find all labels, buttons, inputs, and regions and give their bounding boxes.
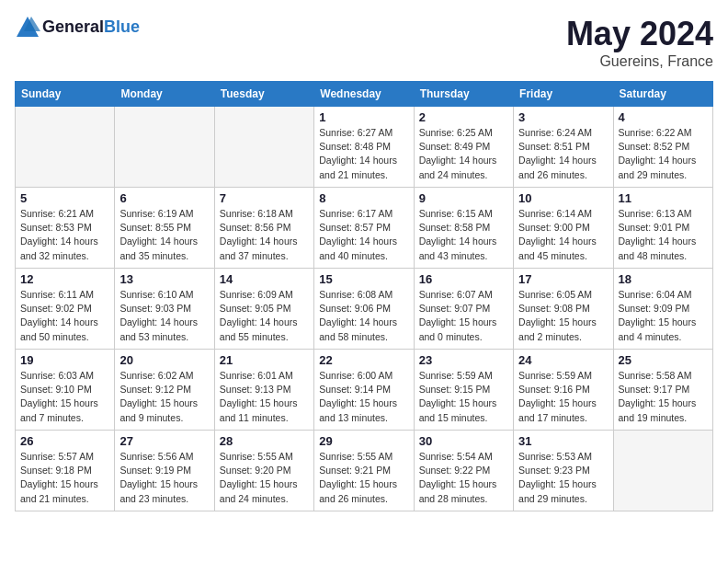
calendar-cell: 3Sunrise: 6:24 AMSunset: 8:51 PMDaylight… bbox=[514, 107, 613, 188]
logo: GeneralBlue bbox=[15, 15, 140, 40]
calendar-cell: 16Sunrise: 6:07 AMSunset: 9:07 PMDayligh… bbox=[414, 269, 513, 350]
calendar-cell: 31Sunrise: 5:53 AMSunset: 9:23 PMDayligh… bbox=[514, 431, 613, 511]
weekday-header-row: SundayMondayTuesdayWednesdayThursdayFrid… bbox=[16, 82, 713, 107]
location: Guereins, France bbox=[566, 53, 713, 70]
weekday-header-tuesday: Tuesday bbox=[214, 82, 313, 107]
day-info: Sunrise: 5:59 AMSunset: 9:15 PMDaylight:… bbox=[419, 369, 508, 425]
weekday-header-wednesday: Wednesday bbox=[314, 82, 414, 107]
day-info: Sunrise: 6:25 AMSunset: 8:49 PMDaylight:… bbox=[419, 126, 508, 182]
calendar-cell bbox=[613, 431, 712, 511]
day-info: Sunrise: 6:10 AMSunset: 9:03 PMDaylight:… bbox=[119, 288, 209, 344]
day-info: Sunrise: 5:54 AMSunset: 9:22 PMDaylight:… bbox=[419, 450, 508, 506]
day-info: Sunrise: 6:18 AMSunset: 8:56 PMDaylight:… bbox=[220, 207, 309, 263]
calendar-cell: 15Sunrise: 6:08 AMSunset: 9:06 PMDayligh… bbox=[314, 269, 414, 350]
day-info: Sunrise: 6:02 AMSunset: 9:12 PMDaylight:… bbox=[119, 369, 209, 425]
calendar-table: SundayMondayTuesdayWednesdayThursdayFrid… bbox=[15, 81, 713, 511]
calendar-cell: 24Sunrise: 5:59 AMSunset: 9:16 PMDayligh… bbox=[514, 350, 613, 431]
weekday-header-saturday: Saturday bbox=[613, 82, 712, 107]
day-number: 2 bbox=[419, 110, 508, 124]
calendar-cell: 21Sunrise: 6:01 AMSunset: 9:13 PMDayligh… bbox=[214, 350, 313, 431]
day-number: 12 bbox=[20, 272, 109, 286]
day-info: Sunrise: 5:56 AMSunset: 9:19 PMDaylight:… bbox=[119, 450, 209, 506]
day-number: 9 bbox=[419, 191, 508, 205]
weekday-header-thursday: Thursday bbox=[414, 82, 513, 107]
weekday-header-monday: Monday bbox=[115, 82, 214, 107]
day-number: 24 bbox=[518, 353, 608, 367]
calendar-cell: 5Sunrise: 6:21 AMSunset: 8:53 PMDaylight… bbox=[16, 188, 115, 269]
day-info: Sunrise: 6:08 AMSunset: 9:06 PMDaylight:… bbox=[319, 288, 408, 344]
day-number: 6 bbox=[119, 191, 209, 205]
calendar-cell: 26Sunrise: 5:57 AMSunset: 9:18 PMDayligh… bbox=[16, 431, 115, 511]
day-info: Sunrise: 5:55 AMSunset: 9:21 PMDaylight:… bbox=[319, 450, 408, 506]
day-info: Sunrise: 6:09 AMSunset: 9:05 PMDaylight:… bbox=[220, 288, 309, 344]
week-row-4: 19Sunrise: 6:03 AMSunset: 9:10 PMDayligh… bbox=[16, 350, 713, 431]
calendar-cell: 4Sunrise: 6:22 AMSunset: 8:52 PMDaylight… bbox=[613, 107, 712, 188]
day-number: 27 bbox=[119, 434, 209, 448]
day-info: Sunrise: 6:15 AMSunset: 8:58 PMDaylight:… bbox=[419, 207, 508, 263]
day-info: Sunrise: 5:57 AMSunset: 9:18 PMDaylight:… bbox=[20, 450, 109, 506]
day-info: Sunrise: 6:24 AMSunset: 8:51 PMDaylight:… bbox=[518, 126, 608, 182]
day-number: 20 bbox=[119, 353, 209, 367]
day-number: 10 bbox=[518, 191, 608, 205]
day-number: 22 bbox=[319, 353, 408, 367]
day-number: 5 bbox=[20, 191, 109, 205]
day-number: 23 bbox=[419, 353, 508, 367]
day-number: 26 bbox=[20, 434, 109, 448]
week-row-2: 5Sunrise: 6:21 AMSunset: 8:53 PMDaylight… bbox=[16, 188, 713, 269]
calendar-cell: 20Sunrise: 6:02 AMSunset: 9:12 PMDayligh… bbox=[115, 350, 214, 431]
title-block: May 2024 Guereins, France bbox=[566, 15, 713, 70]
calendar-cell: 29Sunrise: 5:55 AMSunset: 9:21 PMDayligh… bbox=[314, 431, 414, 511]
day-number: 7 bbox=[220, 191, 309, 205]
day-number: 17 bbox=[518, 272, 608, 286]
calendar-cell: 22Sunrise: 6:00 AMSunset: 9:14 PMDayligh… bbox=[314, 350, 414, 431]
calendar-cell: 2Sunrise: 6:25 AMSunset: 8:49 PMDaylight… bbox=[414, 107, 513, 188]
day-number: 21 bbox=[220, 353, 309, 367]
day-info: Sunrise: 6:04 AMSunset: 9:09 PMDaylight:… bbox=[619, 288, 708, 344]
calendar-cell: 18Sunrise: 6:04 AMSunset: 9:09 PMDayligh… bbox=[613, 269, 712, 350]
day-number: 31 bbox=[518, 434, 608, 448]
day-number: 13 bbox=[119, 272, 209, 286]
day-info: Sunrise: 6:13 AMSunset: 9:01 PMDaylight:… bbox=[619, 207, 708, 263]
week-row-3: 12Sunrise: 6:11 AMSunset: 9:02 PMDayligh… bbox=[16, 269, 713, 350]
weekday-header-friday: Friday bbox=[514, 82, 613, 107]
calendar-cell: 6Sunrise: 6:19 AMSunset: 8:55 PMDaylight… bbox=[115, 188, 214, 269]
day-number: 28 bbox=[220, 434, 309, 448]
day-info: Sunrise: 6:01 AMSunset: 9:13 PMDaylight:… bbox=[220, 369, 309, 425]
day-number: 3 bbox=[518, 110, 608, 124]
weekday-header-sunday: Sunday bbox=[16, 82, 115, 107]
day-number: 11 bbox=[619, 191, 708, 205]
day-info: Sunrise: 6:19 AMSunset: 8:55 PMDaylight:… bbox=[119, 207, 209, 263]
day-info: Sunrise: 6:05 AMSunset: 9:08 PMDaylight:… bbox=[518, 288, 608, 344]
calendar-cell: 12Sunrise: 6:11 AMSunset: 9:02 PMDayligh… bbox=[16, 269, 115, 350]
week-row-1: 1Sunrise: 6:27 AMSunset: 8:48 PMDaylight… bbox=[16, 107, 713, 188]
calendar-cell: 17Sunrise: 6:05 AMSunset: 9:08 PMDayligh… bbox=[514, 269, 613, 350]
day-info: Sunrise: 6:07 AMSunset: 9:07 PMDaylight:… bbox=[419, 288, 508, 344]
day-number: 14 bbox=[220, 272, 309, 286]
calendar-cell: 10Sunrise: 6:14 AMSunset: 9:00 PMDayligh… bbox=[514, 188, 613, 269]
calendar-cell bbox=[115, 107, 214, 188]
day-number: 16 bbox=[419, 272, 508, 286]
day-number: 4 bbox=[619, 110, 708, 124]
calendar-cell: 1Sunrise: 6:27 AMSunset: 8:48 PMDaylight… bbox=[314, 107, 414, 188]
logo-general: General bbox=[42, 17, 104, 36]
page-header: GeneralBlue May 2024 Guereins, France bbox=[15, 15, 713, 70]
day-number: 8 bbox=[319, 191, 408, 205]
calendar-cell: 28Sunrise: 5:55 AMSunset: 9:20 PMDayligh… bbox=[214, 431, 313, 511]
week-row-5: 26Sunrise: 5:57 AMSunset: 9:18 PMDayligh… bbox=[16, 431, 713, 511]
calendar-cell: 27Sunrise: 5:56 AMSunset: 9:19 PMDayligh… bbox=[115, 431, 214, 511]
calendar-cell: 9Sunrise: 6:15 AMSunset: 8:58 PMDaylight… bbox=[414, 188, 513, 269]
day-number: 25 bbox=[619, 353, 708, 367]
day-number: 29 bbox=[319, 434, 408, 448]
calendar-cell: 19Sunrise: 6:03 AMSunset: 9:10 PMDayligh… bbox=[16, 350, 115, 431]
day-number: 30 bbox=[419, 434, 508, 448]
day-info: Sunrise: 5:55 AMSunset: 9:20 PMDaylight:… bbox=[220, 450, 309, 506]
logo-blue: Blue bbox=[104, 17, 140, 36]
calendar-cell: 30Sunrise: 5:54 AMSunset: 9:22 PMDayligh… bbox=[414, 431, 513, 511]
logo-icon bbox=[15, 15, 40, 40]
day-number: 18 bbox=[619, 272, 708, 286]
calendar-cell: 25Sunrise: 5:58 AMSunset: 9:17 PMDayligh… bbox=[613, 350, 712, 431]
calendar-cell bbox=[16, 107, 115, 188]
day-info: Sunrise: 6:22 AMSunset: 8:52 PMDaylight:… bbox=[619, 126, 708, 182]
day-info: Sunrise: 6:27 AMSunset: 8:48 PMDaylight:… bbox=[319, 126, 408, 182]
calendar-cell: 7Sunrise: 6:18 AMSunset: 8:56 PMDaylight… bbox=[214, 188, 313, 269]
